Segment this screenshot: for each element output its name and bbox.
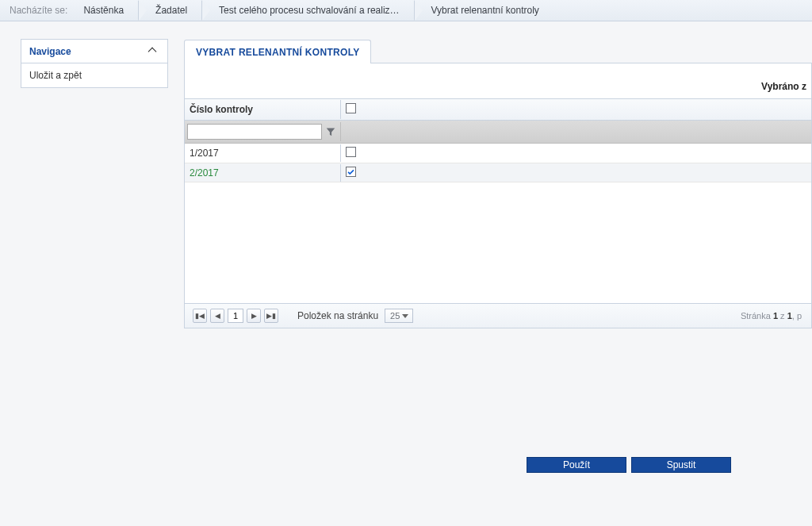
grid-filter-row <box>185 121 811 144</box>
tab-vybrat-kontroly[interactable]: VYBRAT RELENANTNÍ KONTROLY <box>184 40 371 63</box>
apply-button[interactable]: Použít <box>527 457 626 473</box>
select-all-checkbox[interactable] <box>346 103 356 113</box>
pager-first-button[interactable]: ▮◀ <box>193 309 207 323</box>
pager-info-prefix: Stránka <box>741 311 773 321</box>
grid: Číslo kontroly <box>185 98 811 182</box>
row-checkbox[interactable] <box>346 147 356 157</box>
pager-items-label: Položek na stránku <box>297 310 378 321</box>
grid-body: 1/2017 2/2017 <box>185 144 811 182</box>
pager-page-input[interactable] <box>228 309 243 323</box>
pager-info-mid: z <box>778 311 787 321</box>
nav-panel-header[interactable]: Navigace <box>21 40 167 63</box>
pager-prev-button[interactable]: ◀ <box>210 309 224 323</box>
pager: ▮◀ ◀ ▶ ▶▮ Položek na stránku 25 Stránka … <box>185 303 811 328</box>
tabs: VYBRAT RELENANTNÍ KONTROLY <box>184 39 812 63</box>
pager-page-size-value: 25 <box>390 311 400 321</box>
run-button[interactable]: Spustit <box>631 457 731 473</box>
breadcrumb-item-current: Vybrat relenantní kontroly <box>414 0 553 21</box>
grid-header-select <box>341 99 811 120</box>
main-content: VYBRAT RELENANTNÍ KONTROLY Vybráno z Čís… <box>184 39 812 473</box>
filter-cell-select <box>341 122 811 141</box>
breadcrumb-item-nastenka[interactable]: Nástěnka <box>75 0 138 21</box>
sidebar: Navigace Uložit a zpět <box>21 39 168 473</box>
nav-panel-title: Navigace <box>29 46 71 57</box>
action-bar: Použít Spustit <box>446 440 812 473</box>
breadcrumb: Nacházíte se: Nástěnka Žadatel Test celé… <box>0 0 812 21</box>
chevron-up-icon <box>148 47 157 56</box>
row-checkbox[interactable] <box>346 167 356 177</box>
pager-last-button[interactable]: ▶▮ <box>264 309 278 323</box>
cell-cislo: 2/2017 <box>185 164 341 182</box>
grid-header-cislo[interactable]: Číslo kontroly <box>185 100 341 119</box>
nav-item-save-back[interactable]: Uložit a zpět <box>21 63 167 87</box>
pager-page-size-select[interactable]: 25 <box>385 309 413 323</box>
section-body: Vybráno z Číslo kontroly <box>184 63 812 328</box>
pager-info: Stránka 1 z 1, p <box>741 311 802 321</box>
table-row[interactable]: 2/2017 <box>185 163 811 182</box>
pager-next-button[interactable]: ▶ <box>247 309 261 323</box>
nav-panel: Navigace Uložit a zpět <box>21 39 168 88</box>
breadcrumb-label: Nacházíte se: <box>3 5 75 16</box>
selected-count-label: Vybráno z <box>185 78 811 98</box>
cell-cislo: 1/2017 <box>185 144 341 162</box>
pager-info-suffix: , p <box>792 311 802 321</box>
filter-input-cislo[interactable] <box>187 124 322 140</box>
grid-header-row: Číslo kontroly <box>185 99 811 121</box>
table-row[interactable]: 1/2017 <box>185 144 811 163</box>
breadcrumb-item-proces[interactable]: Test celého procesu schvalování a realiz… <box>201 0 413 21</box>
breadcrumb-item-zadatel[interactable]: Žadatel <box>138 0 201 21</box>
filter-icon[interactable] <box>324 124 338 140</box>
